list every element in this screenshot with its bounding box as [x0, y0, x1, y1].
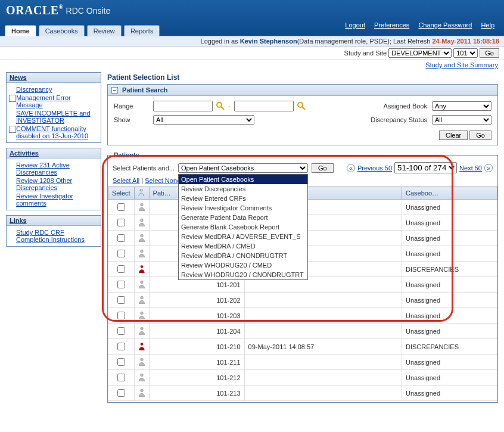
dropdown-option[interactable]: Review MedDRA / CMED	[179, 241, 307, 251]
lookup-icon[interactable]	[216, 102, 225, 110]
patient-number-cell: 101-212	[149, 370, 244, 386]
casebook-cell: Unassigned	[402, 293, 497, 308]
activity-item[interactable]: Review 1208 Other Discrepancies	[9, 176, 98, 192]
svg-line-1	[221, 107, 224, 110]
select-none-link[interactable]: Select None	[145, 177, 181, 184]
dropdown-option[interactable]: Review Discrepancies	[179, 184, 307, 194]
last-modified-cell	[244, 355, 402, 370]
news-heading: News	[7, 73, 101, 83]
tab-reports[interactable]: Reports	[124, 25, 160, 36]
table-row: 101-203Unassigned	[108, 308, 497, 324]
logout-link[interactable]: Logout	[345, 21, 365, 29]
news-item[interactable]: Discrepancy	[9, 85, 98, 94]
activity-item[interactable]: Review Investigator comments	[9, 192, 98, 207]
app-subtitle: RDC Onsite	[66, 6, 111, 15]
last-modified-cell	[244, 324, 402, 339]
activities-heading: Activities	[7, 148, 101, 158]
news-item[interactable]: Management Error Message	[9, 94, 98, 109]
row-checkbox[interactable]	[117, 358, 125, 366]
app-header: ORACLE® RDC Onsite Logout Preferences Ch…	[0, 0, 504, 36]
page-title: Patient Selection List	[107, 72, 498, 84]
dropdown-option[interactable]: Generate Patient Data Report	[179, 213, 307, 222]
news-item[interactable]: COMMENT functionality disabled on 13-Jun…	[9, 125, 98, 140]
study-select[interactable]: DEVELOPMENT	[388, 48, 452, 58]
activities-panel: Activities Review 231 Active Discrepanci…	[6, 148, 101, 210]
help-link[interactable]: Help	[481, 21, 494, 29]
col-icon	[134, 187, 149, 200]
row-checkbox[interactable]	[117, 312, 125, 319]
patient-number-cell: 101-213	[149, 386, 244, 401]
row-checkbox[interactable]	[117, 389, 125, 397]
person-icon	[138, 373, 145, 381]
news-item[interactable]: SAVE INCOMPLETE and INVESTIGATOR	[9, 109, 98, 125]
col-casebook: Caseboo…	[402, 187, 497, 200]
links-heading: Links	[7, 216, 101, 226]
discrepancy-status-select[interactable]: All	[432, 115, 491, 125]
change-password-link[interactable]: Change Password	[418, 21, 472, 29]
clear-button[interactable]: Clear	[439, 130, 468, 140]
dropdown-option[interactable]: Review Investigator Comments	[179, 203, 307, 213]
site-select[interactable]: 101	[453, 48, 478, 58]
dropdown-option[interactable]: Review MedDRA / CNONDRUGTRT	[179, 251, 307, 260]
lookup-icon[interactable]	[297, 102, 306, 110]
assigned-book-label: Assigned Book	[384, 102, 430, 110]
dropdown-option[interactable]: Review MedDRA / ADVERSE_EVENT_S	[179, 232, 307, 241]
discrepancy-status-label: Discrepancy Status	[371, 116, 430, 123]
last-refresh-time: 24-May-2011 15:08:18	[432, 38, 499, 45]
row-checkbox[interactable]	[117, 265, 125, 273]
tab-review[interactable]: Review	[87, 25, 122, 36]
row-checkbox[interactable]	[117, 374, 125, 381]
person-icon	[138, 342, 145, 350]
tab-home[interactable]: Home	[5, 25, 36, 36]
row-checkbox[interactable]	[117, 281, 125, 288]
preferences-link[interactable]: Preferences	[374, 21, 409, 29]
table-row: 101-204Unassigned	[108, 324, 497, 339]
row-checkbox[interactable]	[117, 219, 125, 226]
dropdown-option[interactable]: Review WHODRUG20 / CMED	[179, 260, 307, 270]
study-site-summary-link[interactable]: Study and Site Summary	[425, 61, 498, 69]
dropdown-option[interactable]: Generate Blank Casebook Report	[179, 222, 307, 232]
select-all-link[interactable]: Select All	[113, 177, 139, 184]
person-icon	[138, 234, 145, 242]
range-from-input[interactable]	[153, 101, 213, 111]
patient-number-cell: 101-210	[149, 339, 244, 355]
search-go-button[interactable]: Go	[469, 130, 491, 140]
row-checkbox[interactable]	[117, 203, 125, 211]
svg-point-0	[217, 102, 222, 107]
svg-line-3	[302, 107, 305, 110]
row-checkbox[interactable]	[117, 250, 125, 257]
select-patients-label: Select Patients and...	[113, 164, 175, 172]
last-modified-cell	[244, 370, 402, 386]
last-modified-cell	[244, 308, 402, 324]
patients-legend: Patients	[111, 151, 142, 158]
casebook-cell: Unassigned	[402, 324, 497, 339]
study-go-button[interactable]: Go	[480, 48, 499, 58]
range-label: Range	[114, 102, 150, 110]
patients-go-button[interactable]: Go	[312, 163, 334, 173]
assigned-book-select[interactable]: Any	[432, 101, 491, 111]
activity-item[interactable]: Review 231 Active Discrepancies	[9, 161, 98, 176]
person-icon	[138, 218, 145, 226]
patient-number-cell: 101-203	[149, 308, 244, 324]
dropdown-option[interactable]: Open Patient Casebooks	[179, 175, 307, 184]
show-select[interactable]: All	[153, 115, 254, 125]
row-checkbox[interactable]	[117, 234, 125, 242]
patient-action-select[interactable]: Open Patient Casebooks	[178, 163, 308, 173]
range-to-input[interactable]	[234, 101, 294, 111]
main-tabs: Home Casebooks Review Reports	[5, 25, 160, 36]
dropdown-option[interactable]: Review Entered CRFs	[179, 194, 307, 203]
casebook-cell: Unassigned	[402, 370, 497, 386]
last-modified-cell: 09-May-2011 14:08:57	[244, 339, 402, 355]
link-item[interactable]: Study RDC CRF Completion Instructions	[9, 228, 98, 244]
row-checkbox[interactable]	[117, 327, 125, 335]
first-page-icon[interactable]: «	[347, 164, 355, 172]
next-page-link[interactable]: Next 50	[459, 164, 482, 172]
collapse-icon[interactable]: −	[111, 87, 118, 94]
dropdown-option[interactable]: Review WHODRUG20 / CNONDRUGTRT	[179, 270, 307, 279]
last-page-icon[interactable]: »	[484, 164, 493, 172]
tab-casebooks[interactable]: Casebooks	[39, 25, 85, 36]
row-checkbox[interactable]	[117, 296, 125, 304]
page-range-select[interactable]: 51-100 of 274	[394, 162, 457, 173]
row-checkbox[interactable]	[117, 343, 125, 350]
prev-page-link[interactable]: Previous 50	[357, 164, 392, 172]
